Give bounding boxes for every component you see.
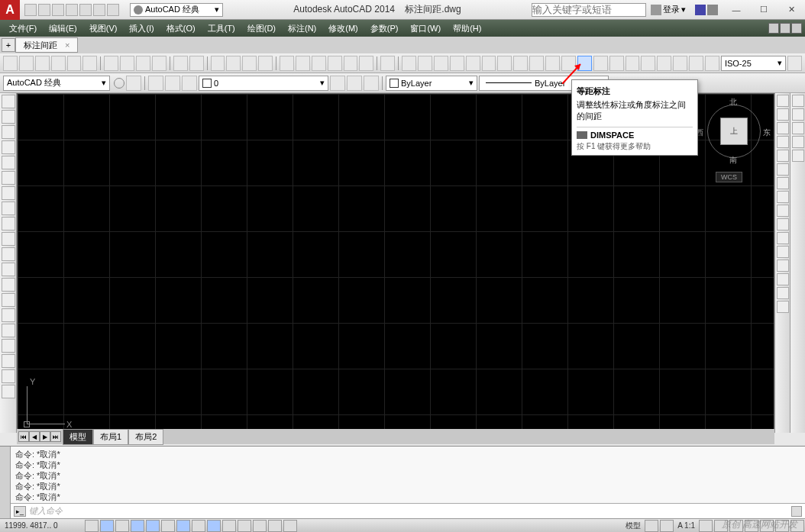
viewcube[interactable]: 上 北 南 东 西 WCS <box>699 98 769 182</box>
toolpalette-icon[interactable] <box>312 56 326 71</box>
designcenter-icon[interactable] <box>296 56 310 71</box>
help2-icon[interactable] <box>380 56 395 71</box>
sheetset-icon[interactable] <box>328 56 342 71</box>
menu-dimension[interactable]: 标注(N) <box>282 21 322 37</box>
color-combo[interactable]: ByLayer▾ <box>386 76 477 91</box>
model-indicator[interactable]: 模型 <box>622 521 644 531</box>
signin-button[interactable]: 登录 ▾ <box>651 4 686 15</box>
dim-tedit-icon[interactable] <box>689 56 703 71</box>
mirror-icon[interactable] <box>777 122 789 134</box>
doc-tab[interactable]: 标注间距× <box>15 37 78 53</box>
layout-2[interactable]: 布局2 <box>128 429 163 445</box>
menu-view[interactable]: 视图(V) <box>83 21 124 37</box>
pline-icon[interactable] <box>2 125 15 139</box>
polar-toggle[interactable] <box>131 520 144 532</box>
open-icon[interactable] <box>19 56 34 71</box>
annovis-icon[interactable] <box>699 520 713 532</box>
ellipsearc-icon[interactable] <box>2 247 15 261</box>
preview-icon[interactable] <box>67 56 82 71</box>
fillet-icon[interactable] <box>777 287 789 299</box>
coord-display[interactable]: 11999. 4817.. 0 <box>0 521 84 530</box>
tpy-toggle[interactable] <box>238 520 251 532</box>
cmd-prompt-icon[interactable]: ▸_ <box>14 506 26 517</box>
ellipse-icon[interactable] <box>2 232 15 246</box>
scale-icon[interactable] <box>777 191 789 203</box>
circle-icon[interactable] <box>2 186 15 200</box>
layout-model[interactable]: 模型 <box>63 429 93 445</box>
move-icon[interactable] <box>777 163 789 176</box>
layout-1[interactable]: 布局1 <box>93 429 128 445</box>
layout-next-icon[interactable]: ▶ <box>40 431 50 442</box>
cmd-recent-icon[interactable] <box>791 506 802 517</box>
dyn-toggle[interactable] <box>207 520 221 532</box>
menu-draw[interactable]: 绘图(D) <box>241 21 282 37</box>
lwt-toggle[interactable] <box>222 520 236 532</box>
break-icon[interactable] <box>777 246 789 258</box>
dim-angular-icon[interactable] <box>513 56 528 71</box>
wheel-icon[interactable] <box>792 95 804 107</box>
copy2-icon[interactable] <box>777 108 789 121</box>
dim-baseline-icon[interactable] <box>545 56 560 71</box>
menu-edit[interactable]: 编辑(E) <box>43 21 83 37</box>
showmotion-icon[interactable] <box>792 150 804 162</box>
qat-saveas-icon[interactable] <box>66 4 78 16</box>
ortho-toggle[interactable] <box>115 520 129 532</box>
layer-prev-icon[interactable] <box>330 76 345 91</box>
undo-icon[interactable] <box>173 56 188 71</box>
qat-undo-icon[interactable] <box>93 4 105 16</box>
wcs-label[interactable]: WCS <box>716 172 742 182</box>
extend-icon[interactable] <box>777 232 789 244</box>
insert-icon[interactable] <box>2 263 15 276</box>
line-icon[interactable] <box>2 95 15 108</box>
layer-cur-icon[interactable] <box>364 76 379 91</box>
maximize-button[interactable]: ☐ <box>750 2 778 18</box>
erase-icon[interactable] <box>777 95 789 107</box>
menu-parametric[interactable]: 参数(P) <box>364 21 405 37</box>
layout-prev-icon[interactable]: ◀ <box>29 431 40 442</box>
am-toggle[interactable] <box>283 520 297 532</box>
dim-continue-icon[interactable] <box>561 56 576 71</box>
mtext-icon[interactable] <box>2 369 15 383</box>
layer-states-icon[interactable] <box>165 76 180 91</box>
qp-toggle[interactable] <box>253 520 267 532</box>
dim-tolerance-icon[interactable] <box>609 56 624 71</box>
layer-combo[interactable]: 0▾ <box>199 76 328 91</box>
layout-first-icon[interactable]: ⏮ <box>18 431 29 442</box>
pan2-icon[interactable] <box>792 108 804 121</box>
quickview-dwg-icon[interactable] <box>660 520 674 532</box>
layout-last-icon[interactable]: ⏭ <box>50 431 61 442</box>
viewcube-face[interactable]: 上 <box>720 118 748 145</box>
help-icon[interactable] <box>707 5 718 15</box>
join-icon[interactable] <box>777 260 789 272</box>
matchprop-icon[interactable] <box>152 56 166 71</box>
app-logo[interactable]: A <box>0 0 20 20</box>
markup-icon[interactable] <box>344 56 358 71</box>
layer-mgr-icon[interactable] <box>148 76 163 91</box>
mdi-close-icon[interactable] <box>791 23 802 34</box>
mdi-restore-icon[interactable] <box>780 23 790 34</box>
rotate-icon[interactable] <box>777 177 789 189</box>
dimstyle-mgr-icon[interactable] <box>787 56 802 71</box>
menu-file[interactable]: 文件(F) <box>3 21 43 37</box>
ducs-toggle[interactable] <box>192 520 205 532</box>
menu-window[interactable]: 窗口(W) <box>404 21 447 37</box>
block-icon[interactable] <box>2 278 15 292</box>
dim-inspect-icon[interactable] <box>641 56 655 71</box>
offset-icon[interactable] <box>777 136 789 148</box>
minimize-button[interactable]: — <box>723 2 750 18</box>
arc-icon[interactable] <box>2 171 15 185</box>
dim-quick-icon[interactable] <box>529 56 544 71</box>
dim-space-icon[interactable] <box>577 56 592 71</box>
trim-icon[interactable] <box>777 218 789 231</box>
qat-redo-icon[interactable] <box>107 4 119 16</box>
stretch-icon[interactable] <box>777 205 789 217</box>
layer-iso-icon[interactable] <box>182 76 197 91</box>
rectangle-icon[interactable] <box>2 156 15 169</box>
menu-insert[interactable]: 插入(I) <box>123 21 160 37</box>
mdi-minimize-icon[interactable] <box>768 23 779 34</box>
save-icon[interactable] <box>35 56 50 71</box>
explode-icon[interactable] <box>777 301 789 313</box>
dim-center-icon[interactable] <box>626 56 640 71</box>
region-icon[interactable] <box>2 339 15 353</box>
redo-icon[interactable] <box>189 56 204 71</box>
